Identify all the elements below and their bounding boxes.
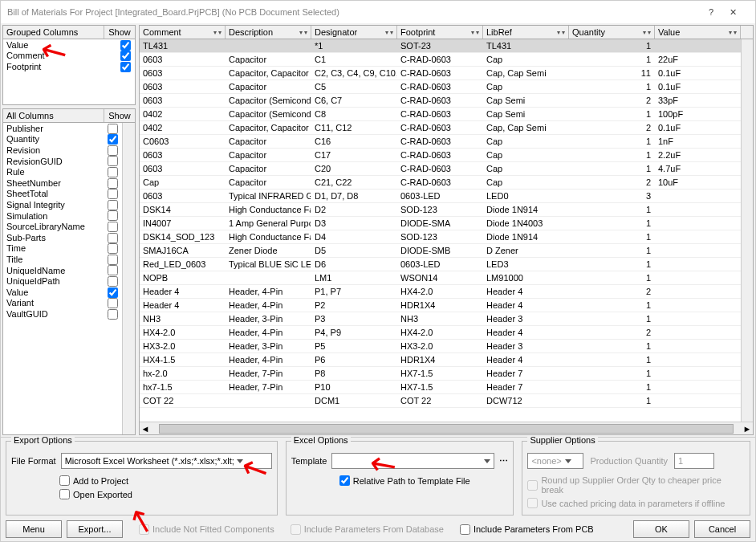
include-params-pcb-checkbox[interactable]: Include Parameters From PCB — [460, 524, 594, 535]
column-header[interactable]: LibRef▾ ▾ — [483, 26, 569, 39]
table-row[interactable]: NH3Header, 3-PinP3NH3Header 31 — [140, 312, 741, 326]
relative-path-checkbox[interactable]: Relative Path to Template File — [339, 475, 470, 486]
table-row[interactable]: HX3-2.0Header, 3-PinP5HX3-2.0Header 31 — [140, 340, 741, 353]
filter-icon[interactable]: ▾ ▾ — [213, 29, 222, 36]
show-checkbox[interactable] — [108, 210, 118, 221]
grouped-columns-header[interactable]: Grouped Columns — [3, 26, 104, 39]
show-checkbox[interactable] — [108, 145, 118, 156]
filter-icon[interactable]: ▾ ▾ — [299, 29, 307, 36]
show-checkbox[interactable] — [108, 178, 118, 189]
show-checkbox[interactable] — [108, 222, 118, 232]
table-row[interactable]: 0603CapacitorC17C-RAD-0603Cap12.2uF — [140, 149, 741, 162]
table-row[interactable]: IN40071 Amp General PurpoD3DIODE-SMADiod… — [140, 217, 741, 230]
table-row[interactable]: Red_LED_0603Typical BLUE SiC LEID60603-L… — [140, 258, 741, 271]
table-row[interactable]: hx-2.0Header, 7-PinP8HX7-1.5Header 71 — [140, 367, 741, 381]
show-checkbox[interactable] — [108, 298, 118, 308]
filter-icon[interactable]: ▾ ▾ — [643, 29, 651, 36]
all-column-row[interactable]: Title — [3, 254, 122, 265]
table-row[interactable]: SMAJ16CAZener DiodeD5DIODE-SMBD Zener1 — [140, 244, 741, 258]
table-row[interactable]: NOPBLM1WSON14LM910001 — [140, 271, 741, 285]
supplier-combo[interactable]: <none> — [527, 453, 583, 469]
grouped-column-row[interactable]: Footprint — [3, 61, 135, 72]
all-column-row[interactable]: Simulation — [3, 210, 122, 222]
open-exported-checkbox[interactable]: Open Exported — [59, 489, 132, 499]
table-row[interactable]: 0402Capacitor (SemiconduC8C-RAD-0603Cap … — [140, 108, 741, 121]
file-format-combo[interactable]: Microsoft Excel Worksheet (*.xls;*.xlsx;… — [61, 453, 272, 469]
show-checkbox[interactable] — [108, 233, 118, 243]
column-header[interactable]: Description▾ ▾ — [226, 26, 311, 39]
show-checkbox[interactable] — [108, 265, 118, 275]
table-row[interactable]: C0603CapacitorC16C-RAD-0603Cap11nF — [140, 135, 741, 149]
all-column-row[interactable]: Signal Integrity — [3, 199, 122, 210]
table-row[interactable]: 0603Typical INFRARED GD1, D7, D80603-LED… — [140, 189, 741, 203]
table-row[interactable]: HX4-1.5Header, 4-PinP6HDR1X4Header 41 — [140, 353, 741, 367]
column-header[interactable]: Designator▾ ▾ — [311, 26, 397, 39]
production-quantity-input[interactable]: 1 — [674, 453, 714, 469]
grouped-column-row[interactable]: Comment — [3, 51, 135, 62]
all-column-row[interactable]: Time — [3, 243, 122, 255]
column-header[interactable]: Comment▾ ▾ — [140, 26, 226, 39]
all-column-row[interactable]: Revision — [3, 145, 122, 156]
all-column-row[interactable]: SourceLibraryName — [3, 221, 122, 232]
cancel-button[interactable]: Cancel — [694, 520, 750, 538]
column-header[interactable]: Value▾ ▾ — [655, 26, 741, 39]
help-icon[interactable]: ? — [709, 7, 713, 17]
show-checkbox[interactable] — [120, 40, 131, 51]
show-checkbox[interactable] — [120, 51, 131, 61]
column-header[interactable]: Quantity▾ ▾ — [569, 26, 655, 39]
all-column-row[interactable]: Value — [3, 287, 122, 298]
show-checkbox[interactable] — [108, 189, 118, 199]
table-row[interactable]: HX4-2.0Header, 4-PinP4, P9HX4-2.0Header … — [140, 326, 741, 340]
all-column-row[interactable]: Rule — [3, 166, 122, 177]
all-column-row[interactable]: RevisionGUID — [3, 156, 122, 167]
all-column-row[interactable]: Publisher — [3, 123, 122, 134]
show-checkbox[interactable] — [108, 156, 118, 166]
grid-vscrollbar[interactable] — [741, 39, 753, 422]
template-browse-icon[interactable]: ⋯ — [499, 456, 508, 467]
show-checkbox[interactable] — [108, 276, 118, 287]
table-row[interactable]: hx7-1.5Header, 7-PinP10HX7-1.5Header 71 — [140, 381, 741, 394]
all-columns-scrollbar[interactable] — [122, 123, 135, 434]
show-checkbox[interactable] — [108, 124, 118, 134]
table-row[interactable]: 0603CapacitorC5C-RAD-0603Cap10.1uF — [140, 80, 741, 94]
grouped-column-row[interactable]: Value — [3, 39, 135, 51]
filter-icon[interactable]: ▾ ▾ — [385, 29, 393, 36]
table-row[interactable]: 0402Capacitor, Capacitor (C11, C12C-RAD-… — [140, 121, 741, 135]
filter-icon[interactable]: ▾ ▾ — [557, 29, 565, 36]
add-to-project-checkbox[interactable]: Add to Project — [59, 475, 128, 486]
table-row[interactable]: DSK14High Conductance FaD2SOD-123Diode 1… — [140, 203, 741, 217]
all-column-row[interactable]: SheetTotal — [3, 189, 122, 200]
show-checkbox[interactable] — [108, 134, 118, 145]
table-row[interactable]: 0603Capacitor (SemiconduC6, C7C-RAD-0603… — [140, 94, 741, 108]
table-row[interactable]: Header 4Header, 4-PinP1, P7HX4-2.0Header… — [140, 285, 741, 299]
ok-button[interactable]: OK — [633, 520, 689, 538]
table-row[interactable]: 0603Capacitor, Capacitor (C2, C3, C4, C9… — [140, 67, 741, 80]
close-icon[interactable]: ✕ — [717, 7, 749, 18]
show-checkbox[interactable] — [108, 243, 118, 254]
table-row[interactable]: 0603CapacitorC1C-RAD-0603Cap122uF — [140, 53, 741, 67]
show-checkbox[interactable] — [108, 309, 118, 320]
table-row[interactable]: COT 22DCM1COT 22DCW7121 — [140, 394, 741, 408]
table-row[interactable]: DSK14_SOD_123High Conductance FaD4SOD-12… — [140, 230, 741, 244]
show-checkbox[interactable] — [108, 287, 118, 298]
menu-button[interactable]: Menu — [6, 520, 62, 538]
table-row[interactable]: TL431*1SOT-23TL4311 — [140, 39, 741, 53]
all-column-row[interactable]: VaultGUID — [3, 308, 122, 320]
column-header[interactable]: Footprint▾ ▾ — [397, 26, 483, 39]
show-checkbox[interactable] — [120, 62, 131, 72]
table-row[interactable]: CapCapacitorC21, C22C-RAD-0603Cap210uF — [140, 176, 741, 189]
all-column-row[interactable]: SheetNumber — [3, 177, 122, 189]
grid-hscrollbar[interactable]: ◄ ► — [140, 422, 753, 434]
all-columns-header[interactable]: All Columns — [3, 109, 104, 122]
show-checkbox[interactable] — [108, 255, 118, 265]
all-column-row[interactable]: Sub-Parts — [3, 232, 122, 243]
all-column-row[interactable]: Quantity — [3, 134, 122, 145]
filter-icon[interactable]: ▾ ▾ — [729, 29, 737, 36]
filter-icon[interactable]: ▾ ▾ — [471, 29, 479, 36]
table-row[interactable]: 0603CapacitorC20C-RAD-0603Cap14.7uF — [140, 162, 741, 176]
all-column-row[interactable]: Variant — [3, 298, 122, 309]
show-checkbox[interactable] — [108, 200, 118, 210]
all-column-row[interactable]: UniqueIdName — [3, 265, 122, 276]
export-button[interactable]: Export... — [67, 520, 123, 538]
template-combo[interactable] — [331, 453, 494, 469]
